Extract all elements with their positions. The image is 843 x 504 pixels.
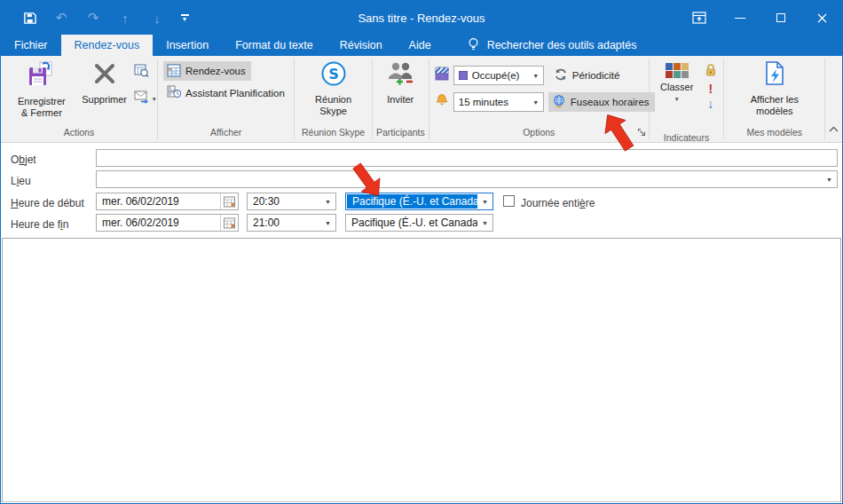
show-as-icon [435, 67, 449, 84]
delete-label: Supprimer [82, 94, 127, 106]
calendar-details-button[interactable] [134, 63, 157, 82]
tab-rendez-vous[interactable]: Rendez-vous [61, 35, 154, 56]
inviter-button[interactable]: Inviter [374, 56, 427, 127]
reminder-dropdown-icon[interactable]: ▼ [529, 99, 543, 106]
svg-text:S: S [328, 66, 339, 83]
start-timezone-combobox[interactable]: Pacifique (É.-U. et Canada) ▼ [345, 193, 493, 210]
start-time-dropdown-icon[interactable]: ▼ [320, 199, 335, 205]
tell-me-search[interactable]: Rechercher des outils adaptés [468, 35, 637, 56]
heure-fin-label: Heure de fin [11, 218, 68, 231]
save-close-icon [28, 60, 56, 92]
maximize-button[interactable] [760, 1, 801, 35]
appointment-window: ↶ ↷ ↑ ↓ ▼ Sans titre - Rendez-vous — Fic… [0, 0, 843, 504]
end-date-picker[interactable]: mer. 06/02/2019 [96, 214, 239, 232]
start-date-calendar-icon[interactable] [220, 193, 238, 209]
skype-icon: S [320, 60, 347, 91]
undo-icon[interactable]: ↶ [45, 4, 77, 31]
tab-insertion[interactable]: Insertion [153, 35, 222, 56]
save-close-button[interactable]: Enregistrer & Fermer [8, 56, 75, 127]
move-down-icon[interactable]: ↓ [141, 4, 173, 31]
assistant-planification-label: Assistant Planification [185, 88, 285, 98]
options-dialog-launcher-icon[interactable] [637, 124, 646, 140]
objet-label: Objet [11, 154, 36, 166]
ribbon-tabs: Fichier Rendez-vous Insertion Format du … [1, 35, 842, 56]
time-zones-globe-icon [552, 94, 566, 110]
tab-aide[interactable]: Aide [396, 35, 445, 56]
minimize-button[interactable]: — [720, 1, 760, 35]
lieu-label: Lieu [11, 175, 31, 187]
show-as-dropdown-icon[interactable]: ▼ [529, 73, 543, 79]
scheduling-assistant-icon [167, 85, 181, 101]
end-timezone-combobox[interactable]: Pacifique (É.-U. et Canada) ▼ [345, 214, 493, 232]
reminder-value: 15 minutes [459, 97, 508, 107]
end-time-combobox[interactable]: 21:00 ▼ [247, 214, 336, 232]
reunion-skype-button[interactable]: S Réunion Skype [298, 56, 369, 127]
afficher-modeles-button[interactable]: Afficher les modèles [735, 56, 815, 127]
tab-fichier[interactable]: Fichier [1, 35, 61, 56]
busy-status-swatch [459, 71, 468, 80]
afficher-modeles-label: Afficher les modèles [751, 94, 799, 117]
start-timezone-dropdown-icon[interactable]: ▼ [477, 199, 492, 205]
delete-icon [91, 60, 118, 91]
redo-icon[interactable]: ↷ [77, 4, 109, 31]
high-importance-icon[interactable]: ! [708, 83, 713, 94]
start-time-value: 20:30 [248, 195, 320, 208]
notes-editor[interactable] [2, 238, 841, 502]
heure-debut-label: Heure de début [11, 197, 84, 209]
recurrence-icon [554, 67, 568, 83]
save-icon[interactable] [13, 4, 45, 31]
classer-label: Classer [660, 82, 693, 93]
classer-button[interactable]: Classer ▼ [655, 61, 699, 132]
tab-format-du-texte[interactable]: Format du texte [222, 35, 327, 56]
journee-entiere-checkbox[interactable] [503, 195, 515, 207]
appointment-calendar-icon [167, 63, 181, 79]
group-label-reunion-skype: Réunion Skype [295, 127, 372, 142]
show-as-combobox[interactable]: Occupé(e) ▼ [453, 66, 544, 85]
start-date-picker[interactable]: mer. 06/02/2019 [96, 193, 239, 210]
group-mes-modeles: Afficher les modèles Mes modèles [724, 56, 824, 142]
start-time-combobox[interactable]: 20:30 ▼ [247, 193, 336, 210]
end-timezone-dropdown-icon[interactable]: ▼ [477, 220, 492, 226]
group-label-afficher: Afficher [158, 127, 294, 142]
group-options: Occupé(e) ▼ Périodicité 15 [429, 56, 649, 142]
reminder-combobox[interactable]: 15 minutes ▼ [453, 92, 544, 112]
lieu-combobox[interactable]: ▼ [96, 170, 838, 188]
inviter-label: Inviter [387, 94, 414, 106]
categorize-icon [666, 63, 689, 78]
fuseaux-horaires-button[interactable]: Fuseaux horaires [548, 92, 655, 112]
private-lock-icon[interactable] [705, 63, 717, 80]
window-controls: — [679, 1, 842, 35]
tell-me-label: Rechercher des outils adaptés [487, 39, 637, 51]
close-button[interactable] [801, 1, 842, 35]
end-date-value: mer. 06/02/2019 [97, 217, 220, 229]
appointment-form: Objet Lieu ▼ Heure de début mer. 06/02/2… [1, 144, 842, 238]
fuseaux-horaires-label: Fuseaux horaires [571, 97, 650, 107]
rendez-vous-view-button[interactable]: Rendez-vous [163, 61, 251, 81]
start-timezone-value: Pacifique (É.-U. et Canada) [347, 194, 477, 209]
save-close-label: Enregistrer & Fermer [18, 96, 66, 119]
end-time-dropdown-icon[interactable]: ▼ [320, 220, 335, 226]
move-up-icon[interactable]: ↑ [109, 4, 141, 31]
forward-button[interactable]: ▼ [134, 91, 157, 107]
low-importance-icon[interactable]: ↓ [707, 98, 713, 110]
ribbon-display-options-icon[interactable] [679, 1, 720, 35]
tab-revision[interactable]: Révision [327, 35, 396, 56]
group-afficher: Rendez-vous Assistant Planification Affi… [158, 56, 294, 142]
templates-icon [762, 60, 787, 91]
group-participants: Inviter Participants [373, 56, 429, 142]
envelope-forward-icon [134, 91, 150, 107]
end-time-value: 21:00 [248, 217, 320, 229]
objet-input[interactable] [96, 149, 838, 167]
title-bar: ↶ ↷ ↑ ↓ ▼ Sans titre - Rendez-vous — [1, 1, 842, 35]
delete-button[interactable]: Supprimer [75, 56, 134, 127]
collapse-ribbon-icon[interactable] [828, 121, 839, 137]
periodicite-button[interactable]: Périodicité [550, 66, 626, 85]
assistant-planification-button[interactable]: Assistant Planification [163, 83, 290, 103]
customize-quick-access-icon[interactable]: ▼ [173, 14, 196, 22]
lieu-dropdown-icon[interactable]: ▼ [822, 177, 837, 183]
end-timezone-value: Pacifique (É.-U. et Canada) [346, 217, 477, 229]
end-date-calendar-icon[interactable] [220, 215, 238, 231]
group-reunion-skype: S Réunion Skype Réunion Skype [295, 56, 372, 142]
group-actions: Enregistrer & Fermer Supprimer [1, 56, 157, 142]
periodicite-label: Périodicité [572, 70, 620, 81]
